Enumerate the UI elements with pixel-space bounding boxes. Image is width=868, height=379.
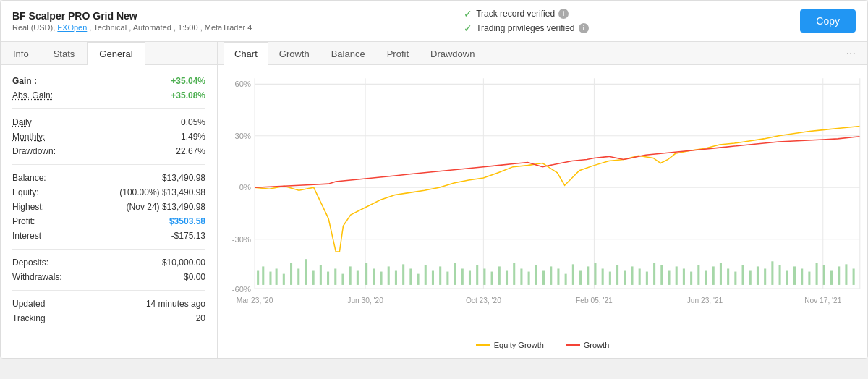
svg-rect-56 — [535, 265, 537, 285]
svg-rect-18 — [257, 271, 259, 285]
svg-rect-31 — [349, 266, 352, 285]
check-icon-2: ✓ — [464, 22, 472, 34]
svg-rect-69 — [631, 266, 633, 285]
svg-rect-66 — [609, 272, 611, 285]
growth-legend-line — [566, 344, 580, 346]
left-tabs: Info Stats General — [1, 42, 217, 65]
equity-amount: $13,490.98 — [162, 187, 205, 197]
svg-rect-65 — [602, 268, 604, 284]
svg-rect-51 — [498, 266, 501, 285]
more-options-button[interactable]: ··· — [841, 44, 861, 63]
header-left: BF Scalper PRO Grid New Real (USD), FXOp… — [12, 10, 252, 32]
svg-rect-32 — [357, 271, 359, 285]
stat-daily: Daily 0.05% — [12, 115, 205, 129]
tab-stats[interactable]: Stats — [41, 42, 88, 65]
tracking-value: 20 — [196, 313, 205, 323]
svg-rect-73 — [660, 265, 663, 285]
stats-table: Gain : +35.04% Abs. Gain: +35.08% Daily … — [1, 65, 217, 334]
svg-rect-91 — [793, 266, 796, 285]
svg-rect-97 — [838, 266, 840, 285]
profit-label: Profit: — [12, 216, 35, 226]
highest-amount: $13,490.98 — [162, 202, 205, 212]
svg-rect-20 — [269, 272, 271, 285]
interest-value: -$175.13 — [171, 231, 205, 241]
growth-label: Growth — [584, 341, 609, 349]
track-record-verified: ✓ Track record verified i — [464, 8, 588, 20]
stat-tracking: Tracking 20 — [12, 311, 205, 325]
svg-rect-50 — [491, 272, 493, 285]
tracking-label: Tracking — [12, 313, 46, 323]
legend-equity-growth: Equity Growth — [476, 341, 544, 349]
svg-rect-43 — [439, 266, 441, 285]
stat-profit: Profit: $3503.58 — [12, 214, 205, 229]
bar-chart — [257, 259, 855, 285]
left-panel: Info Stats General Gain : +35.04% Abs. G… — [1, 42, 218, 358]
stat-updated: Updated 14 minutes ago — [12, 297, 205, 311]
svg-rect-28 — [327, 272, 329, 285]
svg-rect-76 — [683, 268, 685, 284]
svg-rect-21 — [276, 268, 278, 284]
svg-rect-93 — [808, 272, 810, 285]
withdrawals-value: $0.00 — [184, 272, 205, 282]
svg-rect-89 — [779, 265, 781, 285]
svg-rect-78 — [697, 265, 699, 285]
stat-interest: Interest -$175.13 — [12, 229, 205, 243]
svg-rect-35 — [380, 272, 383, 285]
account-title: BF Scalper PRO Grid New — [12, 10, 252, 22]
divider-4 — [12, 290, 205, 291]
svg-rect-61 — [572, 264, 574, 285]
svg-rect-0 — [255, 78, 860, 285]
svg-rect-53 — [513, 263, 515, 285]
svg-rect-46 — [461, 268, 464, 284]
equity-value: (100.00%) $13,490.98 — [119, 187, 205, 197]
copy-button[interactable]: Copy — [800, 9, 856, 33]
chart-tab-profit[interactable]: Profit — [376, 42, 420, 65]
chart-tab-chart[interactable]: Chart — [224, 42, 268, 65]
svg-rect-22 — [283, 274, 285, 285]
svg-text:60%: 60% — [234, 80, 250, 88]
svg-rect-27 — [320, 265, 322, 285]
tab-info[interactable]: Info — [1, 42, 41, 65]
svg-rect-38 — [402, 264, 404, 285]
svg-rect-64 — [594, 263, 596, 285]
chart-tabs: Chart Growth Balance Profit Drawdown ··· — [218, 42, 867, 65]
svg-rect-81 — [720, 263, 722, 285]
svg-rect-60 — [565, 274, 567, 285]
chart-tab-drawdown[interactable]: Drawdown — [420, 42, 485, 65]
svg-rect-39 — [409, 268, 412, 284]
info-icon-1[interactable]: i — [558, 9, 569, 19]
stat-monthly: Monthly: 1.49% — [12, 129, 205, 144]
chart-tab-growth[interactable]: Growth — [268, 42, 320, 65]
svg-rect-82 — [727, 268, 729, 284]
chart-legend: Equity Growth Growth — [218, 336, 867, 355]
svg-rect-23 — [290, 263, 292, 285]
svg-text:-60%: -60% — [232, 285, 251, 294]
balance-value: $13,490.98 — [162, 173, 205, 183]
svg-rect-33 — [365, 263, 367, 285]
tab-general[interactable]: General — [87, 42, 145, 65]
svg-rect-63 — [587, 266, 589, 285]
chart-tab-balance[interactable]: Balance — [320, 42, 376, 65]
svg-rect-52 — [506, 271, 508, 285]
svg-rect-84 — [742, 265, 744, 285]
chart-svg: 60% 30% 0% -30% -60% — [218, 71, 867, 336]
info-icon-2[interactable]: i — [579, 23, 589, 33]
svg-rect-45 — [454, 263, 456, 285]
main-content: Info Stats General Gain : +35.04% Abs. G… — [1, 42, 867, 358]
drawdown-value: 22.67% — [176, 146, 205, 156]
svg-rect-59 — [557, 268, 559, 284]
stat-abs-gain: Abs. Gain: +35.08% — [12, 88, 205, 103]
drawdown-label: Drawdown: — [12, 146, 56, 156]
daily-value: 0.05% — [181, 117, 205, 127]
interest-label: Interest — [12, 231, 41, 241]
svg-rect-99 — [853, 268, 855, 284]
svg-rect-30 — [341, 274, 344, 285]
equity-growth-line — [255, 127, 860, 252]
svg-rect-79 — [705, 271, 707, 285]
svg-rect-55 — [528, 272, 530, 285]
svg-rect-83 — [734, 272, 736, 285]
svg-rect-25 — [305, 259, 307, 285]
abs-gain-label: Abs. Gain: — [12, 90, 53, 101]
abs-gain-value: +35.08% — [171, 90, 205, 101]
fxopen-link[interactable]: FXOpen — [57, 23, 87, 32]
